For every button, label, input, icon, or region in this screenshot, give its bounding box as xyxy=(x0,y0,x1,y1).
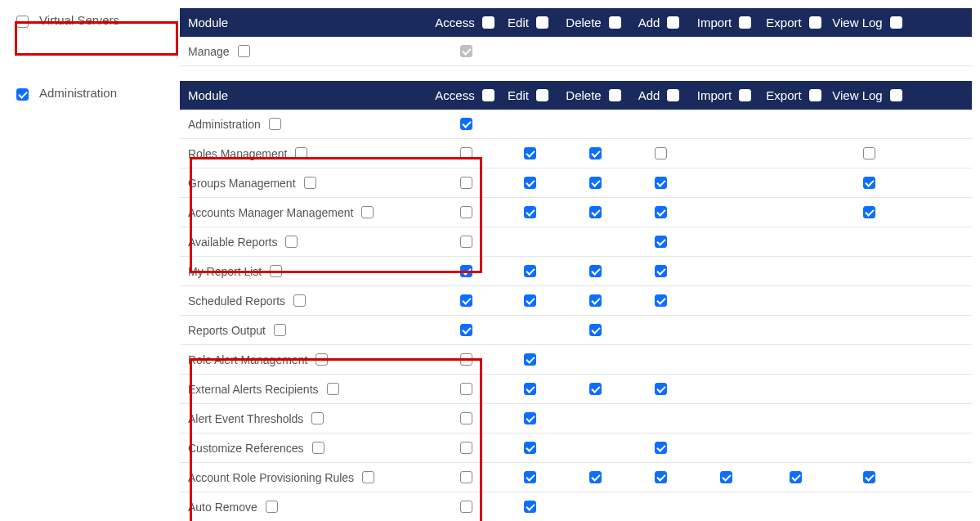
row-add-checkbox[interactable] xyxy=(655,294,667,307)
row-access-checkbox[interactable] xyxy=(460,324,472,336)
row-access-checkbox[interactable] xyxy=(460,236,472,248)
row-module-cell: External Alerts Recipients xyxy=(188,380,433,397)
row-import-cell xyxy=(691,469,760,486)
row-access-checkbox[interactable] xyxy=(460,501,472,513)
row-access-checkbox[interactable] xyxy=(460,265,472,277)
row-access-checkbox[interactable] xyxy=(460,294,472,307)
header-delete-checkbox[interactable] xyxy=(609,89,621,101)
section-virtual-servers-checkbox[interactable] xyxy=(16,16,29,28)
header-viewlog-checkbox[interactable] xyxy=(890,16,902,29)
row-enable-checkbox[interactable] xyxy=(274,324,286,336)
row-access-cell xyxy=(433,115,499,132)
row-access-checkbox[interactable] xyxy=(460,353,472,366)
header-import-checkbox[interactable] xyxy=(739,89,751,101)
row-export-checkbox[interactable] xyxy=(790,471,802,483)
section-toggle-virtual-servers: Virtual Servers xyxy=(8,8,180,66)
header-access: Access xyxy=(433,14,499,31)
header-viewlog: View Log xyxy=(830,87,907,104)
header-delete-checkbox[interactable] xyxy=(609,16,621,29)
row-delete-checkbox[interactable] xyxy=(589,471,602,483)
header-module: Module xyxy=(188,88,433,102)
table-row: Manage xyxy=(180,37,972,66)
row-viewlog-checkbox[interactable] xyxy=(863,471,875,483)
row-delete-checkbox[interactable] xyxy=(589,324,602,336)
header-viewlog-checkbox[interactable] xyxy=(890,89,902,101)
row-viewlog-checkbox[interactable] xyxy=(863,177,875,189)
header-add-checkbox[interactable] xyxy=(667,16,679,29)
row-delete-checkbox[interactable] xyxy=(589,177,602,189)
header-export-checkbox[interactable] xyxy=(809,89,821,101)
row-enable-checkbox[interactable] xyxy=(238,45,250,57)
row-add-checkbox[interactable] xyxy=(655,383,667,395)
row-access-cell xyxy=(433,498,499,515)
row-delete-checkbox[interactable] xyxy=(589,294,602,307)
row-edit-checkbox[interactable] xyxy=(524,147,536,159)
row-edit-cell xyxy=(499,498,560,515)
row-module-cell: Auto Remove xyxy=(188,498,433,515)
row-edit-checkbox[interactable] xyxy=(524,294,536,307)
row-edit-checkbox[interactable] xyxy=(524,412,536,424)
row-viewlog-checkbox[interactable] xyxy=(863,147,875,159)
row-enable-checkbox[interactable] xyxy=(285,236,298,248)
header-export-checkbox[interactable] xyxy=(809,16,821,29)
header-add-checkbox[interactable] xyxy=(667,89,679,101)
row-enable-checkbox[interactable] xyxy=(293,294,306,307)
row-access-checkbox[interactable] xyxy=(460,118,472,130)
header-edit-checkbox[interactable] xyxy=(536,89,548,101)
row-edit-checkbox[interactable] xyxy=(524,353,536,366)
row-add-cell xyxy=(629,380,691,397)
row-delete-checkbox[interactable] xyxy=(589,206,602,218)
row-access-checkbox[interactable] xyxy=(460,471,472,483)
row-module-label: External Alerts Recipients xyxy=(188,383,319,396)
table-row: Scheduled Reports xyxy=(180,286,972,316)
table-row: Auto Remove xyxy=(180,492,972,521)
header-edit-checkbox[interactable] xyxy=(536,16,548,29)
row-enable-checkbox[interactable] xyxy=(266,501,278,513)
row-viewlog-cell xyxy=(830,204,907,221)
row-add-checkbox[interactable] xyxy=(655,147,667,159)
row-edit-checkbox[interactable] xyxy=(524,206,536,218)
row-delete-checkbox[interactable] xyxy=(589,147,602,159)
row-module-cell: Reports Output xyxy=(188,321,433,339)
row-access-checkbox[interactable] xyxy=(460,442,472,454)
row-enable-checkbox[interactable] xyxy=(361,206,374,218)
row-delete-checkbox[interactable] xyxy=(589,383,602,395)
row-add-checkbox[interactable] xyxy=(655,471,667,483)
row-add-checkbox[interactable] xyxy=(655,442,667,454)
header-export: Export xyxy=(760,14,830,31)
row-enable-checkbox[interactable] xyxy=(315,353,328,366)
row-edit-checkbox[interactable] xyxy=(524,471,536,483)
row-viewlog-checkbox[interactable] xyxy=(863,206,875,218)
row-delete-checkbox[interactable] xyxy=(589,265,602,277)
row-enable-checkbox[interactable] xyxy=(362,471,374,483)
row-add-checkbox[interactable] xyxy=(655,236,667,248)
row-import-checkbox[interactable] xyxy=(720,471,732,483)
row-access-checkbox[interactable] xyxy=(460,206,472,218)
row-add-checkbox[interactable] xyxy=(655,177,667,189)
row-enable-checkbox[interactable] xyxy=(295,147,307,159)
section-administration-checkbox[interactable] xyxy=(16,88,29,101)
row-enable-checkbox[interactable] xyxy=(327,383,339,395)
row-access-checkbox[interactable] xyxy=(460,177,472,189)
administration-header: ModuleAccessEditDeleteAddImportExportVie… xyxy=(180,81,972,110)
row-enable-checkbox[interactable] xyxy=(304,177,316,189)
row-access-checkbox[interactable] xyxy=(460,147,472,159)
row-delete-cell xyxy=(560,174,629,191)
row-enable-checkbox[interactable] xyxy=(269,118,281,130)
row-enable-checkbox[interactable] xyxy=(312,442,324,454)
row-edit-checkbox[interactable] xyxy=(524,177,536,189)
row-add-checkbox[interactable] xyxy=(655,206,667,218)
row-access-checkbox[interactable] xyxy=(460,383,472,395)
row-edit-checkbox[interactable] xyxy=(524,383,536,395)
row-enable-checkbox[interactable] xyxy=(270,265,282,277)
row-access-checkbox[interactable] xyxy=(460,412,472,424)
row-edit-checkbox[interactable] xyxy=(524,501,536,513)
header-import-checkbox[interactable] xyxy=(739,16,751,29)
row-enable-checkbox[interactable] xyxy=(311,412,324,424)
row-add-checkbox[interactable] xyxy=(655,265,667,277)
row-edit-checkbox[interactable] xyxy=(524,265,536,277)
row-edit-checkbox[interactable] xyxy=(524,442,536,454)
row-add-cell xyxy=(629,204,691,221)
header-access-checkbox[interactable] xyxy=(482,16,494,29)
header-access-checkbox[interactable] xyxy=(482,89,494,101)
